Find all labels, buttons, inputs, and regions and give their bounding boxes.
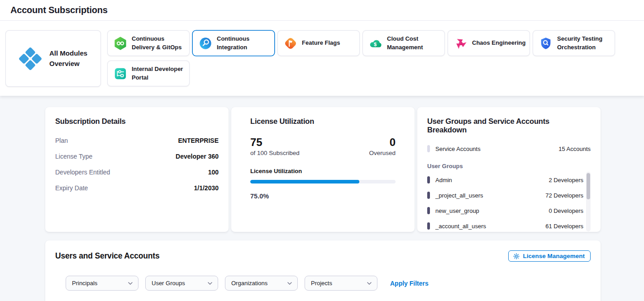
dropdown-label: Projects	[311, 280, 332, 287]
user-group-name: _account_all_users	[435, 223, 486, 230]
module-card-internal-developer-portal[interactable]: Internal Developer Portal	[107, 61, 190, 86]
users-section-title: Users and Service Accounts	[55, 251, 160, 261]
principals-dropdown[interactable]: Principals	[66, 276, 138, 291]
subscription-details-rows: Plan ENTERPRISE License Type Developer 3…	[55, 137, 219, 192]
svg-text:$: $	[374, 41, 377, 47]
summary-cards-row: Subscription Details Plan ENTERPRISE Lic…	[45, 107, 644, 232]
chevron-down-icon	[287, 282, 292, 285]
user-group-marker	[427, 192, 430, 199]
license-utilization-bar-label: License Utilization	[250, 168, 396, 174]
gear-icon	[513, 253, 520, 259]
subscription-row-license-type: License Type Developer 360	[55, 153, 219, 160]
subscription-details-card: Subscription Details Plan ENTERPRISE Lic…	[45, 107, 229, 232]
breakdown-title: User Groups and Service Accounts Breakdo…	[427, 117, 591, 134]
scrollbar-thumb[interactable]	[587, 173, 590, 199]
service-accounts-marker	[427, 145, 430, 152]
breakdown-card: User Groups and Service Accounts Breakdo…	[417, 107, 601, 232]
license-management-label: License Management	[523, 253, 585, 259]
user-group-row: Admin 2 Developers	[427, 172, 583, 188]
module-card-label: Continuous Delivery & GitOps	[132, 35, 186, 51]
module-card-label: Internal Developer Portal	[132, 65, 186, 81]
row-value: ENTERPRISE	[178, 137, 219, 144]
license-management-button[interactable]: License Management	[508, 250, 591, 262]
service-accounts-value: 15 Accounts	[558, 146, 591, 152]
scrollbar-track[interactable]	[586, 172, 591, 231]
overused-count: 0	[369, 136, 396, 148]
dropdown-label: Organizations	[231, 280, 267, 287]
license-utilization-title: License Utilization	[250, 117, 396, 126]
user-group-row: _project_all_users 72 Developers	[427, 188, 583, 203]
subscription-row-developers-entitled: Developers Entitled 100	[55, 169, 219, 176]
row-label: License Type	[55, 153, 92, 160]
user-group-name: _project_all_users	[435, 192, 483, 199]
license-utilization-card: License Utilization 75 of 100 Subscribed…	[231, 107, 415, 232]
row-value: 100	[208, 169, 219, 176]
module-card-cloud-cost[interactable]: $ Cloud Cost Management	[363, 30, 445, 56]
module-card-chaos-engineering[interactable]: Chaos Engineering	[448, 30, 530, 56]
users-section-header: Users and Service Accounts License Manag…	[55, 250, 591, 262]
module-card-security-testing[interactable]: Security Testing Orchestration	[533, 30, 615, 56]
module-card-label: Feature Flags	[302, 39, 340, 47]
user-group-value: 61 Developers	[545, 223, 583, 230]
license-utilization-bar-track	[250, 180, 396, 183]
user-group-row: new_user_group 0 Developers	[427, 203, 583, 218]
user-groups-section: User Groups Admin 2 Developers _project_…	[427, 163, 591, 234]
module-grid: Continuous Delivery & GitOps Continuous …	[107, 30, 615, 96]
service-accounts-row: Service Accounts 15 Accounts	[427, 145, 591, 152]
license-utilization-numbers: 75 of 100 Subscribed 0 Overused	[250, 136, 396, 156]
feature-flags-icon	[284, 37, 297, 50]
subscribed-caption: of 100 Subscribed	[250, 150, 300, 156]
apply-filters-link[interactable]: Apply Filters	[390, 280, 429, 287]
all-modules-overview-card[interactable]: All Modules Overview	[5, 30, 101, 87]
subscribed-block: 75 of 100 Subscribed	[250, 136, 300, 156]
subscription-row-plan: Plan ENTERPRISE	[55, 137, 219, 144]
chevron-down-icon	[367, 282, 372, 285]
subscription-details-title: Subscription Details	[55, 117, 219, 126]
user-groups-header: User Groups	[427, 163, 591, 169]
organizations-dropdown[interactable]: Organizations	[225, 276, 298, 291]
subscribed-count: 75	[250, 136, 300, 148]
user-group-name: Admin	[435, 177, 452, 183]
module-card-label: Continuous Integration	[217, 35, 271, 51]
users-service-accounts-card: Users and Service Accounts License Manag…	[45, 240, 601, 301]
user-groups-dropdown[interactable]: User Groups	[145, 276, 218, 291]
user-groups-list: Admin 2 Developers _project_all_users 72…	[427, 172, 591, 234]
security-testing-icon	[539, 37, 553, 50]
all-modules-label: All Modules Overview	[49, 48, 96, 69]
user-group-marker	[427, 176, 430, 183]
module-card-cd-gitops[interactable]: Continuous Delivery & GitOps	[107, 30, 190, 56]
module-card-label: Cloud Cost Management	[387, 35, 441, 51]
cloud-cost-icon: $	[369, 37, 382, 50]
user-group-row: _account_all_users 61 Developers	[427, 218, 583, 234]
all-modules-icon	[18, 46, 43, 71]
page-title: Account Subscriptions	[10, 5, 108, 15]
overused-caption: Overused	[369, 150, 396, 156]
user-group-value: 0 Developers	[549, 207, 583, 214]
top-header: Account Subscriptions	[0, 0, 644, 21]
idp-icon	[114, 67, 127, 80]
module-card-label: Chaos Engineering	[472, 39, 525, 47]
projects-dropdown[interactable]: Projects	[305, 276, 377, 291]
row-value: 1/1/2030	[194, 184, 219, 192]
user-group-marker	[427, 222, 430, 230]
user-group-value: 2 Developers	[549, 177, 583, 183]
module-card-feature-flags[interactable]: Feature Flags	[277, 30, 360, 56]
overused-block: 0 Overused	[369, 136, 396, 156]
user-group-marker	[427, 207, 430, 214]
chevron-down-icon	[128, 282, 133, 285]
page-content: Subscription Details Plan ENTERPRISE Lic…	[0, 96, 644, 301]
ci-icon	[199, 37, 212, 50]
cd-gitops-icon	[114, 37, 127, 50]
dropdown-label: Principals	[72, 280, 97, 287]
license-utilization-percent: 75.0%	[250, 193, 396, 200]
module-selector-band: All Modules Overview Continuous Delivery…	[0, 21, 644, 96]
chaos-icon	[454, 37, 467, 50]
user-group-name: new_user_group	[435, 207, 479, 214]
module-card-label: Security Testing Orchestration	[557, 35, 611, 51]
dropdown-label: User Groups	[152, 280, 185, 287]
license-utilization-bar-fill	[250, 180, 359, 183]
row-label: Expiry Date	[55, 184, 88, 192]
row-label: Developers Entitled	[55, 169, 110, 176]
module-card-continuous-integration[interactable]: Continuous Integration	[192, 30, 275, 56]
filters-row: Principals User Groups Organizations Pro…	[66, 276, 591, 291]
